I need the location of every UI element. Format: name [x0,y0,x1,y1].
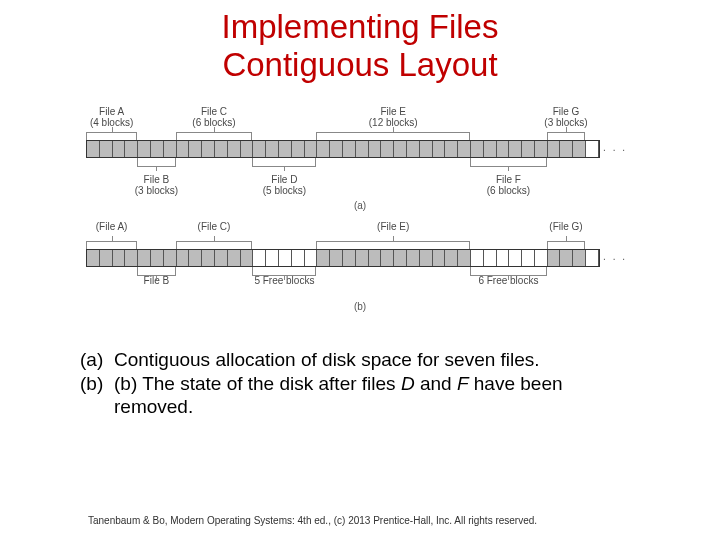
disk-block [125,141,138,157]
disk-block [548,141,561,157]
brace-stem [284,166,285,171]
disk-block [305,141,318,157]
disk-block [471,250,484,266]
disk-block [484,141,497,157]
disk-block [292,250,305,266]
caption-b-cont: removed. [114,395,193,419]
caption-b-line2: removed. [80,395,650,419]
diagram-b-top-labels: (File A)(File C)(File E)(File G) [80,221,640,249]
disk-block [100,141,113,157]
disk-block [394,250,407,266]
brace-stem [566,127,567,132]
disk-block [87,141,100,157]
disk-block [522,141,535,157]
brace-stem [508,166,509,171]
disk-block [317,141,330,157]
title-line2: Contiguous Layout [222,46,497,83]
disk-block [420,250,433,266]
disk-block [586,250,599,266]
disk-block [458,141,471,157]
file-label: File A(4 blocks) [90,106,133,129]
disk-block [509,141,522,157]
disk-block [100,250,113,266]
brace-stem [214,236,215,241]
disk-block [560,250,573,266]
disk-block [253,250,266,266]
disk-block [573,141,586,157]
diagram-a-top-labels: File A(4 blocks)File C(6 blocks)File E(1… [80,106,640,140]
disk-block [164,250,177,266]
disk-block [369,250,382,266]
brace-stem [566,236,567,241]
disk-block [113,250,126,266]
disk-block [241,250,254,266]
disk-block [433,141,446,157]
disk-block [420,141,433,157]
disk-block [317,250,330,266]
disk-block [177,250,190,266]
diagram-b-cap: (b) [80,301,640,312]
disk-block [215,141,228,157]
caption-b-text: (b) The state of the disk after files D … [114,372,563,396]
ellipsis-icon: . . . [603,251,627,262]
ellipsis-icon: . . . [603,142,627,153]
file-label: (File A) [96,221,128,233]
diagram-b-diskbar: . . . [86,249,600,267]
disk-block [343,141,356,157]
disk-block [228,141,241,157]
disk-block [202,250,215,266]
disk-block [87,250,100,266]
disk-block [177,141,190,157]
disk-block [356,250,369,266]
disk-block [471,141,484,157]
disk-block [266,141,279,157]
diagram-a-diskbar: . . . [86,140,600,158]
caption-b-line1: (b) (b) The state of the disk after file… [80,372,650,396]
brace-stem [393,236,394,241]
copyright-footer: Tanenbaum & Bo, Modern Operating Systems… [88,515,690,526]
disk-block [215,250,228,266]
diagram-b-bottom-labels: File B5 Free blocks6 Free blocks [80,267,640,297]
disk-block [497,141,510,157]
file-label: File E(12 blocks) [369,106,418,129]
brace-stem [214,127,215,132]
file-label: (File E) [377,221,409,233]
diagram-a-cap: (a) [80,200,640,211]
brace-stem [156,275,157,280]
disk-block [535,141,548,157]
disk-block [445,250,458,266]
disk-block [356,141,369,157]
disk-block [125,250,138,266]
disk-block [151,250,164,266]
disk-block [535,250,548,266]
disk-block [407,250,420,266]
disk-block [445,141,458,157]
disk-block [586,141,599,157]
disk-block [164,141,177,157]
caption-a: (a) Contiguous allocation of disk space … [80,348,650,372]
disk-block [458,250,471,266]
disk-block [560,141,573,157]
brace-stem [156,166,157,171]
disk-block [279,250,292,266]
disk-block [266,250,279,266]
diagram-a-bottom-labels: File B(3 blocks)File D(5 blocks)File F(6… [80,158,640,196]
brace-stem [112,127,113,132]
disk-block [433,250,446,266]
file-label: File F(6 blocks) [487,174,530,197]
disk-block [113,141,126,157]
file-label: File B(3 blocks) [135,174,178,197]
caption-b-tag: (b) [80,372,114,396]
disk-block [522,250,535,266]
disk-block [381,141,394,157]
disk-block [509,250,522,266]
disk-block [394,141,407,157]
disk-block [202,141,215,157]
caption-a-tag: (a) [80,348,114,372]
caption-a-text: Contiguous allocation of disk space for … [114,348,540,372]
disk-block [343,250,356,266]
brace-stem [508,275,509,280]
disk-block [189,250,202,266]
disk-block [381,250,394,266]
file-label: File D(5 blocks) [263,174,306,197]
